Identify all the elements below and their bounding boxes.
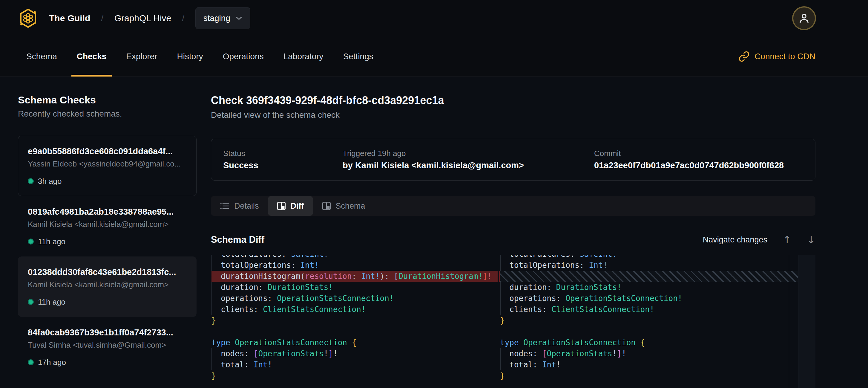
tab-label: Details [234, 202, 259, 211]
navigate-down-icon[interactable]: ↓ [807, 235, 816, 245]
nav-tab-history[interactable]: History [177, 36, 203, 77]
check-time: 3h ago [38, 177, 62, 186]
diff-line: } [212, 315, 498, 326]
schema-checks-sidebar: Schema Checks Recently checked schemas. … [0, 77, 196, 388]
check-meta: 11h ago [28, 297, 187, 306]
schema-diff-editor: totalFailures: SafeInt! totalOperations:… [211, 255, 815, 388]
split-panel-icon [322, 202, 331, 210]
editor-scrollbar[interactable] [798, 255, 815, 388]
breadcrumb-separator: / [101, 13, 103, 23]
diff-pane-original: totalFailures: SafeInt! totalOperations:… [211, 255, 498, 388]
main-nav: SchemaChecksExplorerHistoryOperationsLab… [0, 36, 868, 77]
diff-line: } [500, 315, 798, 326]
nav-tabs: SchemaChecksExplorerHistoryOperationsLab… [26, 36, 373, 77]
tab-label: Schema [336, 202, 365, 211]
check-time: 17h ago [38, 358, 66, 367]
check-time: 11h ago [38, 237, 65, 246]
sidebar-subtitle: Recently checked schemas. [18, 109, 196, 119]
diff-line: operations: OperationStatsConnection! [500, 293, 798, 304]
nav-tab-operations[interactable]: Operations [223, 36, 264, 77]
page-title: Check 369f3439-929f-48df-bfc8-cd3a9291ec… [211, 94, 815, 107]
triggered-column: Triggered 19h ago by Kamil Kisiela <kami… [343, 149, 594, 170]
diff-line-removed: durationHistogram(resolution: Int!): [Du… [212, 271, 498, 282]
diff-line: totalOperations: Int! [212, 260, 498, 271]
diff-line: totalOperations: Int! [500, 260, 798, 271]
page-subtitle: Detailed view of the schema check [211, 110, 815, 120]
status-dot [28, 178, 34, 184]
diff-line: duration: DurationStats! [212, 282, 498, 293]
check-author: Kamil Kisiela <kamil.kisiela@gmail.com> [28, 220, 187, 229]
diff-line: totalFailures: SafeInt! [212, 255, 498, 260]
tab-label: Diff [291, 202, 304, 211]
nav-tab-settings[interactable]: Settings [343, 36, 373, 77]
status-dot [28, 299, 34, 305]
diff-line: type OperationStatsConnection { [212, 337, 498, 348]
commit-hash-value: 01a23ee0f7db01a9e7ac0d0747d62bb900f0f628 [594, 160, 803, 170]
check-author: Kamil Kisiela <kamil.kisiela@gmail.com> [28, 280, 187, 289]
schema-check-item[interactable]: 01238ddd30faf8c43e61be2d1813fc...Kamil K… [18, 257, 196, 317]
diff-line: nodes: [OperationStats!]! [212, 348, 498, 359]
hive-logo-icon[interactable] [18, 8, 38, 28]
check-detail: Check 369f3439-929f-48df-bfc8-cd3a9291ec… [196, 77, 868, 388]
schema-check-item[interactable]: 84fa0cab9367b39e1b1ff0a74f2733...Tuval S… [18, 317, 196, 377]
link-icon [738, 51, 750, 62]
nav-tab-checks[interactable]: Checks [77, 36, 106, 77]
target-selector[interactable]: staging [195, 7, 250, 29]
nav-tab-laboratory[interactable]: Laboratory [283, 36, 323, 77]
view-tabs: DetailsDiffSchema [211, 196, 815, 216]
check-hash: 01238ddd30faf8c43e61be2d1813fc... [28, 267, 187, 277]
diff-line: clients: ClientStatsConnection! [500, 304, 798, 315]
navigate-up-icon[interactable]: ↑ [783, 235, 792, 245]
check-list: e9a0b55886fd3ce608c091dda6a4f...Yassin E… [18, 136, 196, 388]
diff-line-placeholder [500, 271, 798, 282]
check-author: Yassin Eldeeb <yassineldeeb94@gmail.co..… [28, 159, 187, 168]
navigate-changes: Navigate changes ↑ ↓ [703, 235, 815, 245]
triggered-by-value: by Kamil Kisiela <kamil.kisiela@gmail.co… [343, 160, 594, 170]
diff-header: Schema Diff Navigate changes ↑ ↓ [211, 233, 815, 246]
commit-column: Commit 01a23ee0f7db01a9e7ac0d0747d62bb90… [594, 149, 803, 170]
diff-title: Schema Diff [211, 234, 265, 245]
connect-to-cdn-link[interactable]: Connect to CDN [738, 36, 815, 77]
check-meta: 11h ago [28, 237, 187, 246]
diff-pane-modified: totalFailures: SafeInt! totalOperations:… [499, 255, 798, 388]
status-dot [28, 239, 34, 244]
status-value: Success [223, 160, 343, 170]
check-time: 11h ago [38, 297, 65, 307]
breadcrumb-org[interactable]: The Guild [49, 13, 90, 23]
breadcrumb-project[interactable]: GraphQL Hive [115, 13, 172, 23]
tab-diff[interactable]: Diff [268, 196, 313, 216]
status-card: Status Success Triggered 19h ago by Kami… [211, 139, 815, 181]
diff-line: } [212, 370, 498, 381]
user-menu-button[interactable] [792, 6, 816, 30]
diff-line: } [500, 370, 798, 381]
schema-check-item[interactable]: e14a7aff1af20091f79a72b8ffafb8bf... [18, 377, 196, 388]
diff-line [500, 326, 798, 337]
chevron-down-icon [236, 16, 242, 20]
page-content: Schema Checks Recently checked schemas. … [0, 77, 868, 388]
check-author: Tuval Simha <tuval.simha@Gmail.com> [28, 340, 187, 350]
schema-check-item[interactable]: e9a0b55886fd3ce608c091dda6a4f...Yassin E… [18, 136, 196, 196]
diff-line: total: Int! [500, 359, 798, 370]
app-header: The Guild / GraphQL Hive / staging [0, 0, 868, 36]
sidebar-title: Schema Checks [18, 94, 196, 106]
diff-line: type OperationStatsConnection { [500, 337, 798, 348]
check-meta: 3h ago [28, 177, 187, 186]
schema-check-item[interactable]: 0819afc4981ba2ab18e338788ae95...Kamil Ki… [18, 196, 196, 257]
check-hash: 84fa0cab9367b39e1b1ff0a74f2733... [28, 327, 187, 337]
user-icon [798, 12, 810, 25]
diff-line [212, 326, 498, 337]
breadcrumb: The Guild / GraphQL Hive / staging [49, 7, 250, 29]
removed-line-marker: — [211, 271, 211, 282]
breadcrumb-separator: / [182, 13, 184, 23]
tab-schema[interactable]: Schema [313, 196, 374, 216]
check-hash: e9a0b55886fd3ce608c091dda6a4f... [28, 146, 187, 156]
list-icon [220, 202, 229, 210]
target-selector-value: staging [204, 13, 230, 23]
tab-details[interactable]: Details [211, 196, 268, 216]
diff-line: totalFailures: SafeInt! [500, 255, 798, 260]
nav-tab-explorer[interactable]: Explorer [126, 36, 157, 77]
nav-tab-schema[interactable]: Schema [26, 36, 57, 77]
check-meta: 17h ago [28, 358, 187, 367]
status-column: Status Success [223, 149, 343, 170]
diff-line: total: Int! [212, 359, 498, 370]
